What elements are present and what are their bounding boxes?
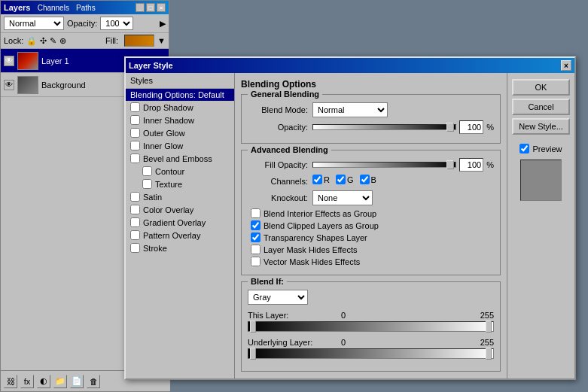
inner-shadow-item[interactable]: Inner Shadow <box>126 114 234 126</box>
gradient-overlay-label[interactable]: Gradient Overlay <box>143 218 206 227</box>
drop-shadow-item[interactable]: Drop Shadow <box>126 101 234 114</box>
channel-g[interactable]: G <box>336 175 354 184</box>
blend-clipped-checkbox[interactable] <box>251 220 260 230</box>
inner-glow-label[interactable]: Inner Glow <box>143 141 183 150</box>
drop-shadow-label[interactable]: Drop Shadow <box>143 103 193 112</box>
blend-mode-select[interactable]: Normal Dissolve Multiply <box>312 102 388 117</box>
link-icon[interactable]: ⛓ <box>4 375 17 388</box>
preview-checkbox[interactable] <box>519 144 529 153</box>
new-layer-icon[interactable]: 📄 <box>70 375 84 388</box>
this-layer-min: 0 <box>341 311 346 320</box>
cancel-button[interactable]: Cancel <box>512 99 570 115</box>
blend-if-select[interactable]: Gray Red Green Blue <box>248 290 308 305</box>
layer-1-visibility[interactable]: 👁 <box>4 56 14 66</box>
satin-checkbox[interactable] <box>130 192 140 202</box>
blend-interior-checkbox[interactable] <box>251 208 260 218</box>
gradient-overlay-item[interactable]: Gradient Overlay <box>126 216 234 229</box>
this-layer-max: 255 <box>480 311 494 320</box>
contour-checkbox[interactable] <box>142 166 152 176</box>
mask-icon[interactable]: ◐ <box>37 375 50 388</box>
menu-arrow[interactable]: ▶ <box>160 19 166 29</box>
underlying-layer-spacer <box>349 338 477 347</box>
fill-opacity-row: Fill Opacity: % <box>248 158 494 172</box>
underlying-right-thumb[interactable] <box>486 348 492 360</box>
color-overlay-checkbox[interactable] <box>130 205 140 214</box>
inner-glow-item[interactable]: Inner Glow <box>126 139 234 152</box>
channel-b-checkbox[interactable] <box>360 175 370 184</box>
tab-layers[interactable]: Layers <box>4 3 30 12</box>
color-overlay-item[interactable]: Color Overlay <box>126 203 234 216</box>
dialog-titlebar: Layer Style × <box>126 58 574 73</box>
texture-label[interactable]: Texture <box>155 180 182 189</box>
outer-glow-item[interactable]: Outer Glow <box>126 126 234 139</box>
background-visibility[interactable]: 👁 <box>4 80 14 90</box>
move-icon[interactable]: ✣ <box>40 36 47 46</box>
close-btn[interactable]: × <box>157 3 166 12</box>
contour-label[interactable]: Contour <box>155 167 184 176</box>
layer-mask-checkbox[interactable] <box>251 245 260 254</box>
stroke-item[interactable]: Stroke <box>126 242 234 254</box>
fx-icon[interactable]: fx <box>20 375 34 388</box>
maximize-btn[interactable]: □ <box>146 3 155 12</box>
channel-r[interactable]: R <box>312 175 330 184</box>
channel-g-checkbox[interactable] <box>336 175 346 184</box>
fill-swatch[interactable] <box>124 35 154 47</box>
inner-shadow-label[interactable]: Inner Shadow <box>143 116 194 125</box>
channel-b[interactable]: B <box>360 175 376 184</box>
stroke-label[interactable]: Stroke <box>143 244 167 253</box>
delete-icon[interactable]: 🗑 <box>87 375 100 388</box>
underlying-layer-slider[interactable] <box>248 348 494 359</box>
color-overlay-label[interactable]: Color Overlay <box>143 205 193 214</box>
styles-header: Styles <box>126 73 234 89</box>
bevel-emboss-label[interactable]: Bevel and Emboss <box>143 154 212 163</box>
satin-item[interactable]: Satin <box>126 190 234 203</box>
knockout-label: Knockout: <box>248 193 308 202</box>
underlying-left-thumb[interactable] <box>250 348 256 360</box>
opacity-dropdown[interactable]: 100% <box>100 17 133 30</box>
texture-item[interactable]: Texture <box>126 178 234 190</box>
new-style-button[interactable]: New Style... <box>512 118 570 135</box>
stroke-checkbox[interactable] <box>130 243 140 253</box>
lock-icon[interactable]: 🔒 <box>26 36 37 46</box>
pattern-overlay-label[interactable]: Pattern Overlay <box>143 231 200 240</box>
this-layer-range-row: This Layer: 0 255 <box>248 311 494 332</box>
pattern-overlay-item[interactable]: Pattern Overlay <box>126 229 234 242</box>
opacity-slider-thumb[interactable] <box>446 123 454 132</box>
inner-shadow-checkbox[interactable] <box>130 115 140 125</box>
fill-opacity-slider-track[interactable] <box>312 162 456 168</box>
opacity-value-input[interactable] <box>459 120 483 134</box>
outer-glow-label[interactable]: Outer Glow <box>143 129 185 138</box>
ok-button[interactable]: OK <box>512 79 570 96</box>
bevel-emboss-checkbox[interactable] <box>130 153 140 163</box>
tab-paths[interactable]: Paths <box>76 4 96 12</box>
outer-glow-checkbox[interactable] <box>130 128 140 138</box>
minimize-btn[interactable]: _ <box>136 3 145 12</box>
fill-dropdown-arrow[interactable]: ▼ <box>157 36 166 45</box>
bevel-emboss-item[interactable]: Bevel and Emboss <box>126 152 234 165</box>
preview-label: Preview <box>532 144 562 153</box>
contour-item[interactable]: Contour <box>126 165 234 178</box>
opacity-slider-track[interactable] <box>312 124 456 130</box>
knockout-select[interactable]: None Shallow Deep <box>312 190 373 205</box>
inner-glow-checkbox[interactable] <box>130 141 140 150</box>
tab-channels[interactable]: Channels <box>38 4 69 12</box>
brush-icon[interactable]: ✎ <box>50 36 56 46</box>
vector-mask-checkbox[interactable] <box>251 257 260 266</box>
this-layer-slider[interactable] <box>248 321 494 332</box>
pattern-overlay-checkbox[interactable] <box>130 230 140 240</box>
this-layer-right-thumb[interactable] <box>486 321 492 333</box>
satin-label[interactable]: Satin <box>143 193 162 202</box>
blend-mode-dropdown[interactable]: Normal <box>4 17 64 30</box>
drop-shadow-checkbox[interactable] <box>130 102 140 112</box>
all-lock-icon[interactable]: ⊕ <box>59 36 66 46</box>
group-icon[interactable]: 📁 <box>53 375 67 388</box>
channel-r-checkbox[interactable] <box>312 175 322 184</box>
this-layer-left-thumb[interactable] <box>250 321 256 333</box>
fill-opacity-input[interactable] <box>459 158 483 172</box>
dialog-close-button[interactable]: × <box>561 60 571 71</box>
fill-opacity-thumb[interactable] <box>446 160 454 169</box>
blending-options-item[interactable]: Blending Options: Default <box>126 89 234 101</box>
gradient-overlay-checkbox[interactable] <box>130 217 140 227</box>
texture-checkbox[interactable] <box>142 179 152 189</box>
transparency-shapes-checkbox[interactable] <box>251 232 260 242</box>
